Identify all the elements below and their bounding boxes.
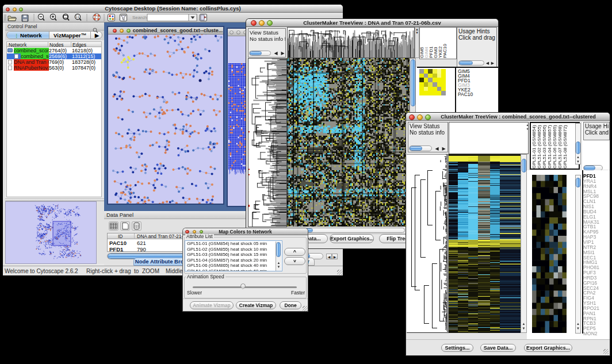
svg-text:Search:: Search:	[132, 15, 148, 20]
svg-text:1:1: 1:1	[76, 16, 80, 18]
